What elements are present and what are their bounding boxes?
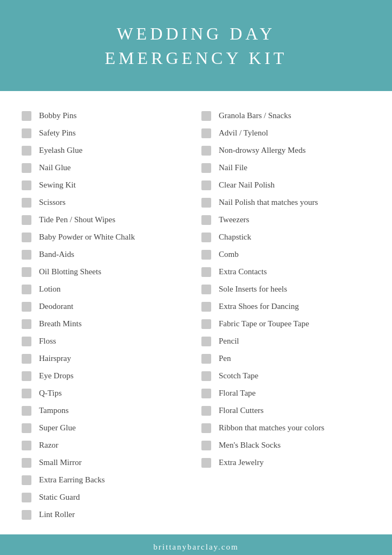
- list-item[interactable]: Granola Bars / Snacks: [201, 107, 370, 125]
- checkbox-icon[interactable]: [22, 111, 31, 121]
- list-item[interactable]: Men's Black Socks: [201, 437, 370, 454]
- list-item[interactable]: Extra Jewelry: [201, 454, 370, 472]
- list-item[interactable]: Extra Shoes for Dancing: [201, 298, 370, 315]
- list-item[interactable]: Advil / Tylenol: [201, 125, 370, 142]
- item-label: Advil / Tylenol: [219, 128, 268, 138]
- list-item[interactable]: Bobby Pins: [22, 107, 191, 125]
- checkbox-icon[interactable]: [22, 302, 31, 312]
- list-item[interactable]: Tweezers: [201, 211, 370, 229]
- checkbox-icon[interactable]: [201, 250, 211, 260]
- checkbox-icon[interactable]: [201, 423, 211, 433]
- checkbox-icon[interactable]: [201, 233, 211, 242]
- item-label: Tweezers: [219, 215, 249, 224]
- checkbox-icon[interactable]: [201, 267, 211, 277]
- list-item[interactable]: Floss: [22, 333, 191, 350]
- list-item[interactable]: Fabric Tape or Toupee Tape: [201, 315, 370, 333]
- checkbox-icon[interactable]: [22, 180, 31, 190]
- list-item[interactable]: Sewing Kit: [22, 177, 191, 194]
- checkbox-icon[interactable]: [22, 354, 31, 364]
- checkbox-icon[interactable]: [22, 475, 31, 485]
- list-item[interactable]: Scissors: [22, 194, 191, 211]
- list-item[interactable]: Eye Drops: [22, 367, 191, 385]
- checkbox-icon[interactable]: [201, 111, 211, 121]
- list-item: [201, 472, 370, 489]
- list-item[interactable]: Q-Tips: [22, 385, 191, 402]
- list-item[interactable]: Comb: [201, 246, 370, 263]
- checkbox-icon[interactable]: [201, 180, 211, 190]
- list-item[interactable]: Sole Inserts for heels: [201, 281, 370, 298]
- checkbox-icon[interactable]: [201, 163, 211, 173]
- checkbox-icon[interactable]: [201, 371, 211, 381]
- checkbox-icon[interactable]: [22, 285, 31, 294]
- list-item[interactable]: Deodorant: [22, 298, 191, 315]
- checkbox-icon[interactable]: [22, 198, 31, 208]
- list-item[interactable]: Floral Cutters: [201, 402, 370, 420]
- checkbox-icon[interactable]: [201, 354, 211, 364]
- checkbox-icon[interactable]: [22, 146, 31, 156]
- list-item[interactable]: Nail File: [201, 159, 370, 177]
- checkbox-icon[interactable]: [22, 441, 31, 450]
- checkbox-icon[interactable]: [201, 441, 211, 450]
- item-label: Pencil: [219, 337, 239, 346]
- checkbox-icon[interactable]: [201, 302, 211, 312]
- checkbox-icon[interactable]: [22, 163, 31, 173]
- checkbox-icon[interactable]: [22, 250, 31, 260]
- checkbox-icon[interactable]: [201, 198, 211, 208]
- checkbox-icon[interactable]: [22, 215, 31, 225]
- item-label: Scotch Tape: [219, 371, 258, 380]
- checkbox-icon[interactable]: [22, 319, 31, 329]
- item-label: Q-Tips: [39, 389, 62, 398]
- list-item[interactable]: Scotch Tape: [201, 367, 370, 385]
- item-label: Extra Earring Backs: [39, 475, 105, 485]
- checkbox-icon[interactable]: [201, 406, 211, 416]
- list-item[interactable]: Nail Polish that matches yours: [201, 194, 370, 211]
- checkbox-icon[interactable]: [201, 319, 211, 329]
- list-item[interactable]: Pencil: [201, 333, 370, 350]
- list-item[interactable]: Baby Powder or White Chalk: [22, 229, 191, 246]
- checkbox-icon[interactable]: [22, 128, 31, 138]
- checkbox-icon[interactable]: [22, 337, 31, 346]
- checkbox-icon[interactable]: [22, 267, 31, 277]
- list-item[interactable]: Hairspray: [22, 350, 191, 367]
- checkbox-icon[interactable]: [201, 337, 211, 346]
- list-item[interactable]: Extra Earring Backs: [22, 472, 191, 489]
- item-label: Clear Nail Polish: [219, 180, 275, 190]
- checkbox-icon[interactable]: [201, 215, 211, 225]
- list-item[interactable]: Safety Pins: [22, 125, 191, 142]
- checkbox-icon[interactable]: [201, 458, 211, 468]
- list-item[interactable]: Super Glue: [22, 420, 191, 437]
- checkbox-icon[interactable]: [22, 233, 31, 242]
- list-item[interactable]: Razor: [22, 437, 191, 454]
- list-item[interactable]: Tampons: [22, 402, 191, 420]
- list-item[interactable]: Eyelash Glue: [22, 142, 191, 159]
- checkbox-icon[interactable]: [201, 389, 211, 398]
- list-item[interactable]: Oil Blotting Sheets: [22, 263, 191, 281]
- list-item[interactable]: Lint Roller: [22, 506, 191, 524]
- list-item[interactable]: Extra Contacts: [201, 263, 370, 281]
- list-item[interactable]: Tide Pen / Shout Wipes: [22, 211, 191, 229]
- list-item[interactable]: Floral Tape: [201, 385, 370, 402]
- checkbox-icon[interactable]: [22, 423, 31, 433]
- checklist-grid: Bobby PinsSafety PinsEyelash GlueNail Gl…: [22, 107, 370, 524]
- list-item[interactable]: Clear Nail Polish: [201, 177, 370, 194]
- list-item[interactable]: Breath Mints: [22, 315, 191, 333]
- list-item[interactable]: Band-Aids: [22, 246, 191, 263]
- list-item[interactable]: Small Mirror: [22, 454, 191, 472]
- list-item[interactable]: Static Guard: [22, 489, 191, 506]
- list-item[interactable]: Pen: [201, 350, 370, 367]
- checkbox-icon[interactable]: [201, 285, 211, 294]
- list-item[interactable]: Ribbon that matches your colors: [201, 420, 370, 437]
- checkbox-icon[interactable]: [201, 146, 211, 156]
- checkbox-icon[interactable]: [22, 389, 31, 398]
- checkbox-icon[interactable]: [201, 128, 211, 138]
- list-item[interactable]: Lotion: [22, 281, 191, 298]
- checkbox-icon[interactable]: [22, 458, 31, 468]
- list-item[interactable]: Nail Glue: [22, 159, 191, 177]
- checkbox-icon[interactable]: [22, 406, 31, 416]
- checkbox-icon[interactable]: [22, 371, 31, 381]
- list-item[interactable]: Non-drowsy Allergy Meds: [201, 142, 370, 159]
- list-item[interactable]: Chapstick: [201, 229, 370, 246]
- checkbox-icon[interactable]: [22, 493, 31, 502]
- item-label: Extra Jewelry: [219, 458, 264, 467]
- checkbox-icon[interactable]: [22, 510, 31, 520]
